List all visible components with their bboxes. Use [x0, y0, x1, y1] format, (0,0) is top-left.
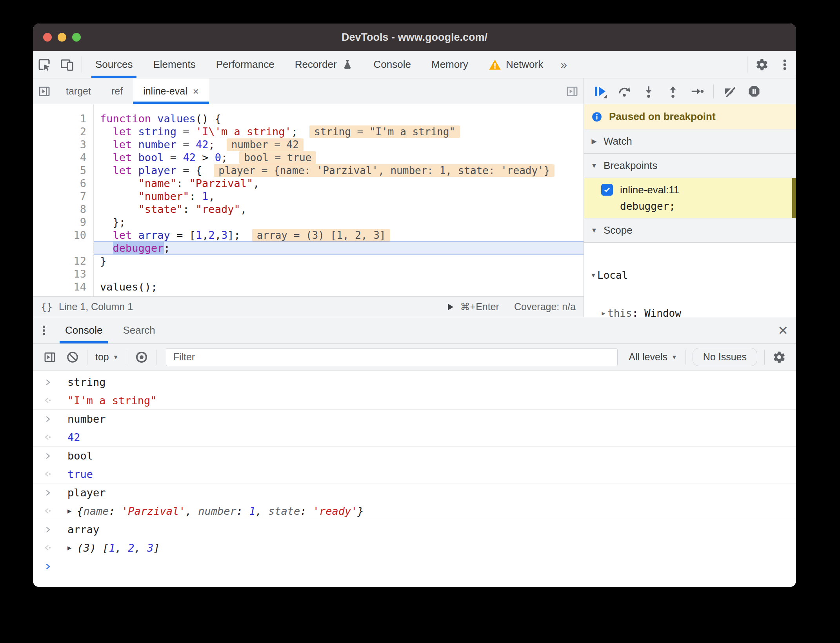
more-tabs-chevron-icon[interactable]: » — [553, 51, 574, 78]
code-text[interactable]: "state": "ready", — [93, 203, 584, 216]
code-text[interactable]: let array = [1,2,3];array = (3) [1, 2, 3… — [93, 229, 584, 242]
code-token: values — [157, 113, 196, 125]
code-lines: 1function values() {2 let string = 'I\'m… — [33, 112, 584, 293]
tab-sources[interactable]: Sources — [85, 51, 143, 78]
close-tab-icon[interactable]: × — [193, 86, 199, 96]
tab-console[interactable]: Console — [364, 51, 421, 78]
tab-elements[interactable]: Elements — [143, 51, 205, 78]
scope-section-header[interactable]: ▼ Scope — [584, 218, 796, 243]
expanded-triangle-icon: ▼ — [590, 162, 598, 170]
code-line-row: 1function values() { — [33, 112, 584, 125]
code-text[interactable]: } — [93, 254, 584, 267]
collapsed-triangle-icon[interactable]: ▶ — [600, 310, 607, 317]
line-number-gutter[interactable]: 1 — [33, 113, 93, 125]
drawer-tab-bar: ConsoleSearch ✕ — [33, 317, 796, 344]
tab-network[interactable]: Network — [478, 51, 553, 78]
line-number-gutter[interactable]: 8 — [33, 203, 93, 215]
code-token: number — [138, 138, 177, 151]
code-token: () { — [196, 113, 221, 125]
line-number-gutter[interactable]: 10 — [33, 229, 93, 241]
code-token: 42 — [183, 151, 196, 163]
toggle-sidebar-icon[interactable] — [561, 85, 584, 98]
file-tab-inline-eval[interactable]: inline-eval× — [133, 78, 209, 104]
console-prompt[interactable] — [33, 557, 796, 576]
step-out-icon[interactable] — [661, 80, 685, 102]
pretty-print-icon[interactable]: {} — [41, 301, 53, 312]
pause-on-exceptions-icon[interactable] — [742, 80, 766, 102]
no-issues-button[interactable]: No Issues — [693, 348, 757, 366]
code-text[interactable] — [93, 267, 584, 280]
step-into-icon[interactable] — [636, 80, 661, 102]
resume-script-icon[interactable] — [588, 80, 612, 102]
clear-console-icon[interactable] — [61, 351, 84, 364]
warning-icon — [489, 58, 501, 71]
code-token: string — [67, 376, 106, 388]
step-over-icon[interactable] — [612, 80, 636, 102]
line-number-gutter[interactable]: 2 — [33, 125, 93, 138]
console-settings-gear-icon[interactable] — [768, 351, 791, 364]
code-text[interactable]: "number": 1, — [93, 190, 584, 203]
drawer-tab-console[interactable]: Console — [55, 317, 113, 343]
deactivate-breakpoints-icon[interactable] — [718, 80, 742, 102]
tab-recorder[interactable]: Recorder — [285, 51, 364, 78]
show-console-sidebar-icon[interactable] — [38, 351, 61, 364]
line-number-gutter[interactable]: 12 — [33, 255, 93, 267]
scope-local-row[interactable]: ▼ Local — [584, 268, 796, 282]
scope-label: Scope — [604, 224, 633, 236]
kebab-menu-icon[interactable] — [773, 51, 796, 78]
watch-section-header[interactable]: ▶ Watch — [584, 129, 796, 154]
breakpoints-section-header[interactable]: ▼ Breakpoints — [584, 154, 796, 178]
log-level-selector[interactable]: All levels ▼ — [624, 351, 682, 363]
line-number-gutter[interactable]: 4 — [33, 151, 93, 163]
file-tab-target[interactable]: target — [56, 78, 101, 104]
code-text[interactable]: function values() { — [93, 112, 584, 125]
line-number-gutter[interactable]: 14 — [33, 281, 93, 293]
code-token: bool — [138, 151, 164, 163]
titlebar: DevTools - www.google.com/ — [33, 24, 796, 51]
line-number-gutter[interactable]: 6 — [33, 177, 93, 189]
file-tab-ref[interactable]: ref — [101, 78, 133, 104]
code-text[interactable]: }; — [93, 216, 584, 229]
code-text[interactable]: let string = 'I\'m a string';string = "I… — [93, 125, 584, 138]
settings-gear-icon[interactable] — [751, 51, 773, 78]
tab-memory[interactable]: Memory — [421, 51, 478, 78]
scope-row-this[interactable]: ▶this: Window — [584, 306, 796, 317]
code-text[interactable]: debugger; — [93, 242, 584, 254]
code-token: 0 — [215, 151, 221, 163]
code-token: { — [77, 505, 83, 517]
code-token: array — [67, 523, 99, 536]
line-number-gutter[interactable]: 3 — [33, 138, 93, 151]
code-text[interactable]: let number = 42;number = 42 — [93, 138, 584, 151]
step-icon[interactable] — [685, 80, 709, 102]
collapsed-triangle-icon[interactable]: ▶ — [67, 507, 71, 515]
drawer-kebab-menu-icon[interactable] — [33, 317, 55, 343]
filter-input[interactable] — [166, 348, 618, 366]
show-navigator-icon[interactable] — [33, 78, 56, 104]
collapsed-triangle-icon: ▶ — [590, 137, 598, 145]
line-number-gutter[interactable]: 7 — [33, 190, 93, 202]
code-token: array — [138, 229, 170, 241]
line-number-gutter[interactable]: 13 — [33, 268, 93, 280]
line-number-gutter[interactable]: 5 — [33, 164, 93, 176]
code-editor[interactable]: 1function values() {2 let string = 'I\'m… — [33, 104, 584, 296]
drawer-tab-search[interactable]: Search — [113, 317, 165, 343]
live-expression-eye-icon[interactable] — [130, 351, 153, 364]
console-result-icon — [43, 506, 53, 516]
code-text[interactable]: values(); — [93, 280, 584, 293]
code-text[interactable]: let player = {player = {name: 'Parzival'… — [93, 164, 584, 177]
code-text[interactable]: "name": "Parzival", — [93, 177, 584, 190]
code-token: ]; — [227, 229, 240, 241]
context-label: top — [95, 351, 109, 363]
context-selector[interactable]: top ▼ — [91, 351, 124, 363]
close-drawer-icon[interactable]: ✕ — [778, 324, 788, 337]
code-token: 42 — [67, 431, 80, 443]
line-number-gutter[interactable]: 9 — [33, 216, 93, 228]
collapsed-triangle-icon[interactable]: ▶ — [67, 544, 71, 552]
breakpoint-checkbox[interactable] — [601, 184, 613, 196]
code-text[interactable]: let bool = 42 > 0;bool = true — [93, 151, 584, 164]
tab-performance[interactable]: Performance — [206, 51, 285, 78]
inspect-icon[interactable] — [33, 51, 56, 78]
device-toolbar-icon[interactable] — [56, 51, 78, 78]
breakpoint-entry[interactable]: inline-eval:11 debugger; — [584, 178, 796, 218]
main-tab-label: Recorder — [295, 58, 337, 71]
